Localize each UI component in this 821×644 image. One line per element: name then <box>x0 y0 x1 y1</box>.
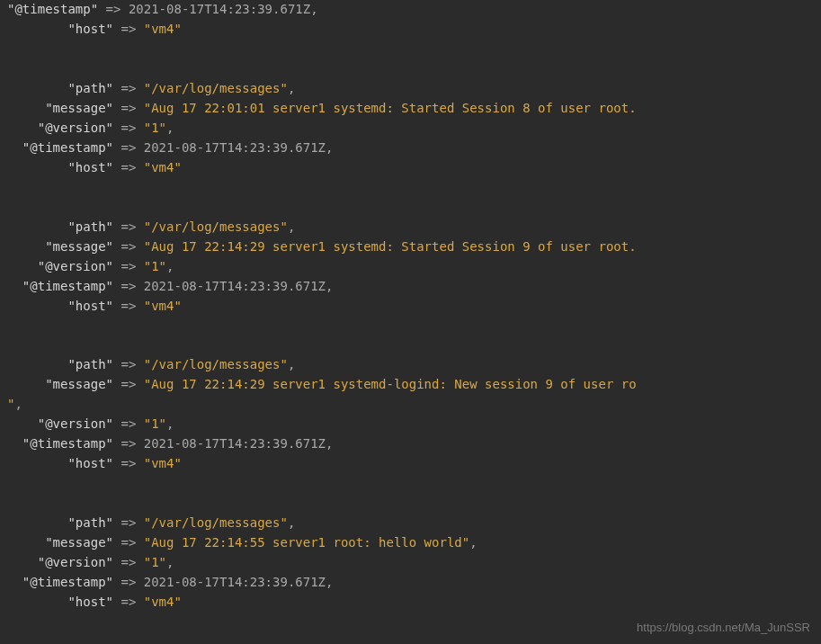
key-message: "message" <box>45 377 113 391</box>
key-timestamp: "@timestamp" <box>22 140 113 155</box>
key-path: "path" <box>67 357 113 371</box>
arrow: => <box>120 160 136 174</box>
key-version: "@version" <box>38 555 113 569</box>
arrow: => <box>120 259 136 273</box>
log-line: ", <box>7 395 814 415</box>
key-version: "@version" <box>38 416 113 431</box>
key-path: "path" <box>67 219 113 234</box>
key-host: "host" <box>67 22 113 36</box>
key-path: "path" <box>67 81 113 95</box>
log-line: "host" => "vm4" <box>7 297 814 317</box>
comma: , <box>14 397 22 411</box>
val-host: "vm4" <box>144 595 182 609</box>
key-timestamp: "@timestamp" <box>22 436 113 451</box>
key-path: "path" <box>67 515 113 530</box>
terminal-output: "@timestamp" => 2021-08-17T14:23:39.671Z… <box>0 0 821 613</box>
comma: , <box>166 555 174 569</box>
val-version: "1" <box>144 259 166 273</box>
arrow: => <box>120 535 136 550</box>
arrow: => <box>120 575 136 589</box>
comma: , <box>288 219 295 234</box>
blank-line <box>7 337 14 352</box>
watermark-text: https://blog.csdn.net/Ma_JunSSR <box>637 619 810 637</box>
val-host: "vm4" <box>144 456 182 470</box>
comma: , <box>166 416 174 431</box>
log-line: "@version" => "1", <box>7 415 814 434</box>
val-version: "1" <box>144 416 166 431</box>
comma: , <box>326 575 333 589</box>
log-line: "host" => "vm4" <box>7 454 814 474</box>
arrow: => <box>120 101 136 115</box>
arrow: => <box>120 357 136 371</box>
log-line: "path" => "/var/log/messages", <box>7 514 814 533</box>
arrow: => <box>120 279 136 293</box>
log-line: "host" => "vm4" <box>7 158 814 178</box>
val-path: "/var/log/messages" <box>144 81 288 95</box>
arrow: => <box>106 2 121 16</box>
log-line: "@timestamp" => 2021-08-17T14:23:39.671Z… <box>7 139 814 158</box>
val-timestamp: 2021-08-17T14:23:39.671Z <box>144 575 326 589</box>
key-host: "host" <box>67 595 113 609</box>
val-message: "Aug 17 22:14:29 server1 systemd: Starte… <box>144 239 637 254</box>
blank-line <box>7 61 14 76</box>
key-host: "host" <box>67 160 113 174</box>
log-line: "message" => "Aug 17 22:14:29 server1 sy… <box>7 237 814 257</box>
log-line: "path" => "/var/log/messages", <box>7 79 814 99</box>
arrow: => <box>120 22 136 36</box>
val-host: "vm4" <box>144 22 182 36</box>
arrow: => <box>120 239 136 254</box>
comma: , <box>166 121 174 135</box>
comma: , <box>326 279 333 293</box>
arrow: => <box>120 81 136 95</box>
key-message: "message" <box>45 101 113 115</box>
arrow: => <box>120 555 136 569</box>
log-line: "@timestamp" => 2021-08-17T14:23:39.671Z… <box>7 0 814 20</box>
blank-line <box>7 200 14 214</box>
val-version: "1" <box>144 555 166 569</box>
log-line: "@version" => "1", <box>7 257 814 277</box>
log-line: "host" => "vm4" <box>7 593 814 613</box>
key-timestamp: "@timestamp" <box>22 279 113 293</box>
key-message: "message" <box>45 239 113 254</box>
log-line: "host" => "vm4" <box>7 20 814 40</box>
arrow: => <box>120 416 136 431</box>
comma: , <box>326 436 333 451</box>
val-path: "/var/log/messages" <box>144 357 288 371</box>
arrow: => <box>120 436 136 451</box>
arrow: => <box>120 595 136 609</box>
arrow: => <box>120 299 136 313</box>
key-timestamp: "@timestamp" <box>22 575 113 589</box>
log-line: "@version" => "1", <box>7 553 814 573</box>
log-line: "message" => "Aug 17 22:01:01 server1 sy… <box>7 99 814 119</box>
val-timestamp: 2021-08-17T14:23:39.671Z <box>144 436 326 451</box>
key-host: "host" <box>67 299 113 313</box>
key-message: "message" <box>45 535 113 550</box>
arrow: => <box>120 515 136 530</box>
log-line: "message" => "Aug 17 22:14:29 server1 sy… <box>7 375 814 395</box>
arrow: => <box>120 140 136 155</box>
val-version: "1" <box>144 121 166 135</box>
key-host: "host" <box>67 456 113 470</box>
val-path: "/var/log/messages" <box>144 515 288 530</box>
comma: , <box>310 2 317 16</box>
val-message: "Aug 17 22:14:55 server1 root: hello wor… <box>144 535 469 550</box>
comma: , <box>326 140 333 155</box>
comma: , <box>288 81 295 95</box>
log-line: "message" => "Aug 17 22:14:55 server1 ro… <box>7 533 814 553</box>
log-line: "@timestamp" => 2021-08-17T14:23:39.671Z… <box>7 277 814 297</box>
comma: , <box>469 535 477 550</box>
log-line: "@version" => "1", <box>7 119 814 139</box>
val-message: "Aug 17 22:14:29 server1 systemd-logind:… <box>144 377 637 391</box>
log-line: "@timestamp" => 2021-08-17T14:23:39.671Z… <box>7 434 814 454</box>
val-timestamp: 2021-08-17T14:23:39.671Z <box>144 140 326 155</box>
arrow: => <box>120 121 136 135</box>
val-message: "Aug 17 22:01:01 server1 systemd: Starte… <box>144 101 637 115</box>
key-version: "@version" <box>38 259 113 273</box>
log-line: "@timestamp" => 2021-08-17T14:23:39.671Z… <box>7 573 814 593</box>
key-timestamp: "@timestamp" <box>7 2 98 16</box>
key-version: "@version" <box>38 121 113 135</box>
val-host: "vm4" <box>144 160 182 174</box>
val-timestamp: 2021-08-17T14:23:39.671Z <box>144 279 326 293</box>
comma: , <box>166 259 174 273</box>
blank-line <box>7 496 14 510</box>
